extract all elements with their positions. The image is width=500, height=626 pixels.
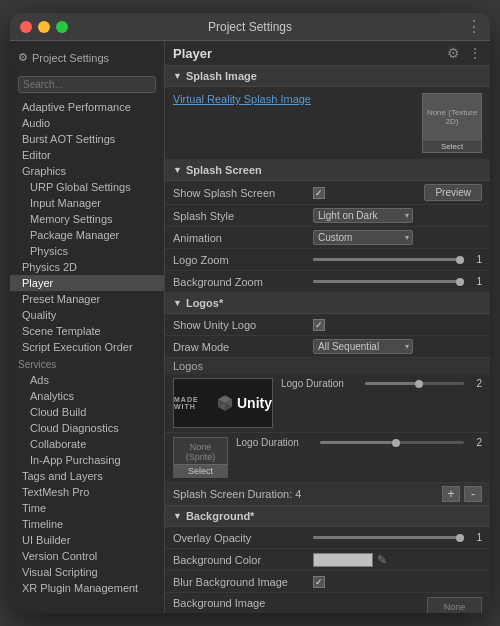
logo-zoom-label: Logo Zoom: [173, 254, 313, 266]
background-section-header[interactable]: ▼ Background*: [165, 506, 490, 527]
show-splash-screen-row: Show Splash Screen ✓ Preview: [165, 181, 490, 205]
sidebar-item-package-manager[interactable]: Package Manager: [10, 227, 164, 243]
animation-label: Animation: [173, 232, 313, 244]
window-title: Project Settings: [208, 20, 292, 34]
splash-image-section-header[interactable]: ▼ Splash Image: [165, 66, 490, 87]
sidebar-item-adaptive-performance[interactable]: Adaptive Performance: [10, 99, 164, 115]
blur-bg-checkbox[interactable]: ✓: [313, 576, 325, 588]
minimize-button[interactable]: [38, 21, 50, 33]
pencil-icon[interactable]: ✎: [377, 553, 387, 567]
logo-duration-row1: Logo Duration 2: [281, 378, 482, 389]
vr-splash-row: Virtual Reality Splash Image None (Textu…: [165, 87, 490, 160]
logo-zoom-slider[interactable]: 1: [313, 254, 482, 265]
overlay-opacity-value: 1: [468, 532, 482, 543]
sidebar-item-player[interactable]: Player: [10, 275, 164, 291]
close-button[interactable]: [20, 21, 32, 33]
splash-screen-section-header[interactable]: ▼ Splash Screen: [165, 160, 490, 181]
unity-logo-text: Unity: [237, 395, 272, 411]
sidebar-item-input-manager[interactable]: Input Manager: [10, 195, 164, 211]
animation-select[interactable]: Custom: [313, 230, 413, 245]
splash-duration-label: Splash Screen Duration: 4: [173, 488, 442, 500]
sidebar-item-xr[interactable]: XR Plugin Management: [10, 580, 164, 596]
sidebar-item-urp[interactable]: URP Global Settings: [10, 179, 164, 195]
logos-sub-header: Logos: [165, 358, 490, 374]
overlay-opacity-row: Overlay Opacity 1: [165, 527, 490, 549]
sidebar-item-quality[interactable]: Quality: [10, 307, 164, 323]
color-picker-row: ✎: [313, 553, 387, 567]
window-menu-icon[interactable]: ⋮: [466, 17, 482, 36]
none-sprite-select-button[interactable]: Select: [174, 464, 227, 477]
sidebar-item-time[interactable]: Time: [10, 500, 164, 516]
sidebar-item-version-control[interactable]: Version Control: [10, 548, 164, 564]
sidebar-item-timeline[interactable]: Timeline: [10, 516, 164, 532]
sidebar-header: ⚙ Project Settings: [10, 47, 164, 68]
sidebar-item-physics-2d[interactable]: Physics 2D: [10, 259, 164, 275]
background-header-label: Background*: [186, 510, 254, 522]
splash-duration-plus-button[interactable]: +: [442, 486, 460, 502]
splash-image-header-label: Splash Image: [186, 70, 257, 82]
logo-duration-label1: Logo Duration: [281, 378, 361, 389]
splash-style-select[interactable]: Light on Dark: [313, 208, 413, 223]
sidebar-item-memory[interactable]: Memory Settings: [10, 211, 164, 227]
logos-section-header[interactable]: ▼ Logos*: [165, 293, 490, 314]
sidebar-item-tags[interactable]: Tags and Layers: [10, 468, 164, 484]
bg-zoom-slider[interactable]: 1: [313, 276, 482, 287]
show-unity-logo-checkbox[interactable]: ✓: [313, 319, 325, 331]
sidebar-item-collaborate[interactable]: Collaborate: [10, 436, 164, 452]
draw-mode-select[interactable]: All Sequential: [313, 339, 413, 354]
draw-mode-row: Draw Mode All Sequential: [165, 336, 490, 358]
sidebar-search-input[interactable]: [18, 76, 156, 93]
main-content: ⚙ Project Settings Adaptive Performance …: [10, 41, 490, 613]
none-sprite-label: None (Sprite): [174, 438, 227, 464]
sidebar-item-textmesh[interactable]: TextMesh Pro: [10, 484, 164, 500]
maximize-button[interactable]: [56, 21, 68, 33]
logo-zoom-row: Logo Zoom 1: [165, 249, 490, 271]
animation-row: Animation Custom: [165, 227, 490, 249]
sidebar-item-scene-template[interactable]: Scene Template: [10, 323, 164, 339]
none-sprite-preview: None (Sprite) Select: [173, 437, 228, 478]
splash-style-row: Splash Style Light on Dark: [165, 205, 490, 227]
settings-icon[interactable]: ⚙: [447, 45, 460, 61]
sidebar-item-graphics[interactable]: Graphics: [10, 163, 164, 179]
texture-select-button[interactable]: Select: [423, 140, 481, 152]
sidebar-item-physics[interactable]: Physics: [10, 243, 164, 259]
preview-button[interactable]: Preview: [424, 184, 482, 201]
background-zoom-row: Background Zoom 1: [165, 271, 490, 293]
blur-bg-label: Blur Background Image: [173, 576, 313, 588]
none-sprite-row: None (Sprite) Select Logo Duration 2: [165, 433, 490, 483]
logos-collapse-icon: ▼: [173, 298, 182, 308]
splash-duration-controls: + -: [442, 486, 482, 502]
overlay-opacity-slider[interactable]: 1: [313, 532, 482, 543]
texture-label: None (Texture 2D): [423, 94, 481, 140]
sidebar-item-ui-builder[interactable]: UI Builder: [10, 532, 164, 548]
sidebar-item-script-execution[interactable]: Script Execution Order: [10, 339, 164, 355]
panel-title: Player: [173, 46, 212, 61]
sidebar-item-analytics[interactable]: Analytics: [10, 388, 164, 404]
logo-duration-slider1[interactable]: 2: [365, 378, 482, 389]
logo-duration-label2: Logo Duration: [236, 437, 316, 448]
sidebar-item-cloud-diagnostics[interactable]: Cloud Diagnostics: [10, 420, 164, 436]
sidebar-item-visual-scripting[interactable]: Visual Scripting: [10, 564, 164, 580]
sidebar-item-in-app[interactable]: In-App Purchasing: [10, 452, 164, 468]
gear-icon: ⚙: [18, 51, 28, 64]
sidebar-title: Project Settings: [32, 52, 109, 64]
sidebar-item-audio[interactable]: Audio: [10, 115, 164, 131]
sidebar-item-editor[interactable]: Editor: [10, 147, 164, 163]
vr-splash-link[interactable]: Virtual Reality Splash Image: [173, 93, 313, 105]
background-image-label: Background Image: [173, 597, 313, 609]
sidebar: ⚙ Project Settings Adaptive Performance …: [10, 41, 165, 613]
sidebar-item-burst-aot[interactable]: Burst AOT Settings: [10, 131, 164, 147]
logos-header-label: Logos*: [186, 297, 223, 309]
splash-duration-minus-button[interactable]: -: [464, 486, 482, 502]
unity-cube-icon: [217, 392, 233, 414]
more-icon[interactable]: ⋮: [468, 45, 482, 61]
background-color-swatch[interactable]: [313, 553, 373, 567]
show-unity-logo-label: Show Unity Logo: [173, 319, 313, 331]
sidebar-item-ads[interactable]: Ads: [10, 372, 164, 388]
sidebar-item-preset-manager[interactable]: Preset Manager: [10, 291, 164, 307]
logo-duration-slider2[interactable]: 2: [320, 437, 482, 448]
sidebar-item-cloud-build[interactable]: Cloud Build: [10, 404, 164, 420]
show-splash-checkbox[interactable]: ✓: [313, 187, 325, 199]
project-settings-window: Project Settings ⋮ ⚙ Project Settings Ad…: [10, 13, 490, 613]
bg-zoom-value: 1: [468, 276, 482, 287]
